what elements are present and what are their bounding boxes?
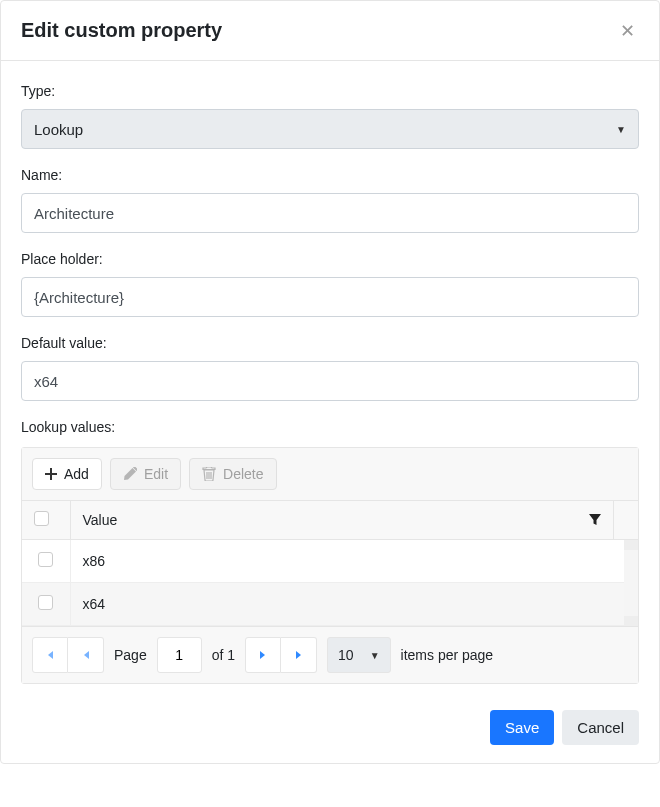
- edit-custom-property-modal: Edit custom property ✕ Type: Lookup ▼ Na…: [0, 0, 660, 764]
- pagesize-value: 10: [338, 647, 354, 663]
- pencil-icon: [123, 467, 137, 481]
- close-icon: ✕: [620, 21, 635, 41]
- edit-label: Edit: [144, 466, 168, 482]
- select-all-checkbox[interactable]: [34, 511, 49, 526]
- delete-label: Delete: [223, 466, 263, 482]
- row-value-cell: x64: [70, 583, 638, 626]
- table-body-wrap: x86 x64: [22, 540, 638, 626]
- first-page-icon: [44, 649, 56, 661]
- pager-prev-button[interactable]: [68, 637, 104, 673]
- default-value-input[interactable]: [21, 361, 639, 401]
- header-scroll-spacer: [614, 501, 639, 540]
- type-value: Lookup: [34, 121, 83, 138]
- modal-header: Edit custom property ✕: [1, 1, 659, 61]
- pager-next-button[interactable]: [245, 637, 281, 673]
- close-button[interactable]: ✕: [616, 20, 639, 42]
- name-input[interactable]: [21, 193, 639, 233]
- name-group: Name:: [21, 167, 639, 233]
- header-checkbox-cell: [22, 501, 70, 540]
- default-value-group: Default value:: [21, 335, 639, 401]
- placeholder-label: Place holder:: [21, 251, 639, 267]
- pager: Page of 1 10 ▼ item: [22, 626, 638, 683]
- placeholder-group: Place holder:: [21, 251, 639, 317]
- prev-page-icon: [81, 649, 91, 661]
- name-label: Name:: [21, 167, 639, 183]
- trash-icon: [202, 467, 216, 481]
- plus-icon: [45, 468, 57, 480]
- table-row[interactable]: x86: [22, 540, 638, 583]
- lookup-values-label: Lookup values:: [21, 419, 639, 435]
- pager-pagesize-select[interactable]: 10 ▼: [327, 637, 390, 673]
- scroll-up-icon: [624, 540, 638, 550]
- header-value-cell[interactable]: Value: [70, 501, 614, 540]
- type-select[interactable]: Lookup ▼: [21, 109, 639, 149]
- delete-button[interactable]: Delete: [189, 458, 276, 490]
- save-button[interactable]: Save: [490, 710, 554, 745]
- edit-button[interactable]: Edit: [110, 458, 181, 490]
- row-checkbox[interactable]: [38, 552, 53, 567]
- last-page-icon: [293, 649, 305, 661]
- type-group: Type: Lookup ▼: [21, 83, 639, 149]
- add-button[interactable]: Add: [32, 458, 102, 490]
- scroll-down-icon: [624, 616, 638, 626]
- add-label: Add: [64, 466, 89, 482]
- row-value-cell: x86: [70, 540, 638, 583]
- lookup-grid: Add Edit Delete: [21, 447, 639, 684]
- grid-toolbar: Add Edit Delete: [22, 448, 638, 500]
- cancel-button[interactable]: Cancel: [562, 710, 639, 745]
- filter-icon[interactable]: [589, 514, 601, 526]
- row-checkbox[interactable]: [38, 595, 53, 610]
- pager-last-button[interactable]: [281, 637, 317, 673]
- pager-first-prev-group: [32, 637, 104, 673]
- next-page-icon: [258, 649, 268, 661]
- pager-next-last-group: [245, 637, 317, 673]
- modal-title: Edit custom property: [21, 19, 222, 42]
- lookup-values-section: Lookup values: Add Edit: [21, 419, 639, 684]
- header-value-label: Value: [83, 512, 118, 528]
- modal-footer: Save Cancel: [1, 696, 659, 763]
- row-checkbox-cell: [22, 583, 70, 626]
- values-table: Value: [22, 500, 638, 540]
- scrollbar[interactable]: [624, 540, 638, 626]
- pager-page-label: Page: [114, 647, 147, 663]
- chevron-down-icon: ▼: [616, 124, 626, 135]
- table-row[interactable]: x64: [22, 583, 638, 626]
- pager-page-input[interactable]: [157, 637, 202, 673]
- type-label: Type:: [21, 83, 639, 99]
- pager-first-button[interactable]: [32, 637, 68, 673]
- modal-body: Type: Lookup ▼ Name: Place holder: Defau…: [1, 61, 659, 696]
- chevron-down-icon: ▼: [370, 650, 380, 661]
- pager-items-label: items per page: [401, 647, 494, 663]
- placeholder-input[interactable]: [21, 277, 639, 317]
- default-value-label: Default value:: [21, 335, 639, 351]
- row-checkbox-cell: [22, 540, 70, 583]
- pager-of-label: of 1: [212, 647, 235, 663]
